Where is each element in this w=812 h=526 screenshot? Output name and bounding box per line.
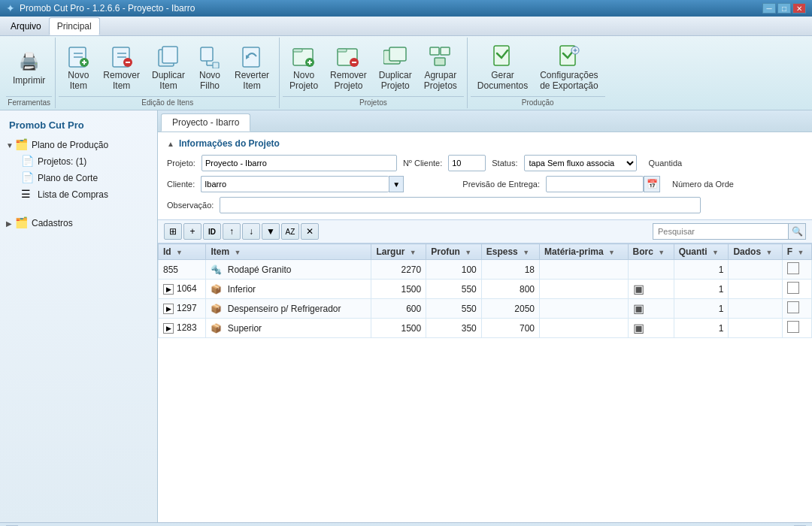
tbl-filter-button[interactable]: ▼	[262, 223, 280, 240]
collapse-button[interactable]: ▲	[167, 140, 174, 148]
remover-projeto-label: RemoverProjeto	[330, 70, 367, 91]
cell-largur: 2270	[371, 260, 426, 280]
producao-section-label: Produção	[471, 96, 605, 108]
svg-rect-13	[201, 47, 213, 61]
cell-dados	[729, 280, 782, 299]
svg-rect-30	[430, 47, 439, 55]
col-quanti: Quanti ▼	[674, 244, 729, 260]
duplicar-item-button[interactable]: DuplicarItem	[147, 41, 190, 95]
previsao-input[interactable]	[546, 176, 644, 192]
numero-ordem-label: Número da Orde	[672, 180, 734, 189]
status-select[interactable]: tapa Sem fluxo associa	[524, 155, 637, 171]
search-input[interactable]	[653, 223, 788, 240]
config-exportacao-button[interactable]: Configuraçõesde Exportação	[535, 41, 603, 95]
svg-rect-31	[441, 47, 450, 55]
config-exportacao-icon	[557, 44, 581, 68]
sidebar-title: Promob Cut Pro	[3, 116, 154, 137]
no-cliente-input[interactable]	[448, 155, 486, 171]
no-cliente-label: Nº Cliente:	[403, 159, 442, 168]
expand-button[interactable]: ▶	[163, 304, 174, 314]
imprimir-button[interactable]: 🖨️ Imprimir	[8, 46, 50, 89]
window-controls: ─ □ ✕	[762, 3, 806, 14]
folder-icon: 🗂️	[15, 138, 29, 152]
svg-rect-33	[494, 46, 509, 65]
expand-button[interactable]: ▶	[163, 323, 174, 334]
cell-espess: 18	[481, 260, 539, 280]
menu-arquivo[interactable]: Arquivo	[3, 18, 49, 35]
projeto-input[interactable]	[201, 155, 397, 171]
quantidade-label: Quantida	[649, 159, 683, 168]
remover-projeto-button[interactable]: RemoverProjeto	[325, 41, 372, 95]
novo-item-button[interactable]: NovoItem	[60, 41, 96, 95]
search-button[interactable]: 🔍	[788, 223, 806, 240]
menu-principal[interactable]: Principal	[49, 17, 100, 35]
tbl-add-button[interactable]: +	[183, 223, 201, 240]
imprimir-label: Imprimir	[13, 75, 45, 86]
tbl-grid-button[interactable]: ⊞	[164, 223, 182, 240]
cell-profun: 350	[426, 319, 482, 338]
cadastros-label: Cadastros	[32, 218, 73, 228]
main-panel: Proyecto - Ibarro ▲ Informações do Proje…	[158, 110, 812, 522]
projetos-section-label: Projetos	[283, 96, 464, 108]
cell-quanti: 1	[674, 299, 729, 319]
data-table: Id ▼ Item ▼ Largur ▼ Profun ▼ Espess ▼ M…	[158, 243, 812, 338]
novo-projeto-button[interactable]: NovoProjeto	[284, 41, 323, 95]
toolbar-section-edicao: NovoItem RemoverItem DuplicarItem NovoFi…	[56, 38, 280, 108]
flag-checkbox[interactable]	[787, 301, 799, 313]
tbl-down-button[interactable]: ↓	[242, 223, 260, 240]
observacao-input[interactable]	[220, 197, 701, 213]
reverter-item-button[interactable]: ReverterItem	[229, 41, 274, 95]
cell-materia	[540, 299, 629, 319]
row-item-icon: 📦	[211, 323, 222, 334]
section-header: ▲ Informações do Projeto	[167, 138, 803, 149]
tbl-up-button[interactable]: ↑	[223, 223, 241, 240]
tbl-sort-button[interactable]: AZ	[281, 223, 299, 240]
cell-profun: 550	[426, 299, 482, 319]
calendar-button[interactable]: 📅	[644, 176, 660, 192]
expand-button[interactable]: ▶	[163, 284, 174, 295]
tbl-id-button[interactable]: ID	[203, 223, 221, 240]
cell-dados	[729, 319, 782, 338]
list-icon: ☰	[21, 188, 35, 201]
sidebar-item-plano-producao[interactable]: ▼ 🗂️ Plano de Produção	[3, 137, 154, 153]
minimize-button[interactable]: ─	[762, 3, 776, 14]
duplicar-projeto-label: DuplicarProjeto	[379, 70, 412, 91]
title-bar: ✦ Promob Cut Pro - 1.2.6.6 - Proyecto - …	[0, 0, 812, 17]
flag-checkbox[interactable]	[787, 321, 799, 333]
col-materia: Matéria-prima ▼	[540, 244, 629, 260]
cell-espess: 800	[481, 280, 539, 299]
novo-filho-button[interactable]: NovoFilho	[192, 41, 228, 95]
cell-espess: 700	[481, 319, 539, 338]
tab-proyecto-ibarro[interactable]: Proyecto - Ibarro	[161, 113, 250, 132]
sidebar-item-lista-compras[interactable]: ☰ Lista de Compras	[3, 186, 154, 203]
expand-arrow-2: ▶	[6, 219, 15, 228]
sidebar-item-plano-corte[interactable]: 📄 Plano de Corte	[3, 170, 154, 186]
plano-corte-label: Plano de Corte	[38, 173, 98, 183]
document-icon-2: 📄	[21, 171, 35, 185]
flag-checkbox[interactable]	[787, 262, 799, 274]
cliente-input[interactable]	[201, 176, 389, 192]
cell-quanti: 1	[674, 280, 729, 299]
cell-largur: 600	[371, 299, 426, 319]
agrupar-projetos-button[interactable]: AgruparProjetos	[419, 41, 462, 95]
tbl-clear-button[interactable]: ✕	[301, 223, 319, 240]
remover-item-button[interactable]: RemoverItem	[98, 41, 145, 95]
cell-id: ▶1297	[159, 299, 206, 319]
sidebar-item-projetos[interactable]: 📄 Projetos: (1)	[3, 153, 154, 170]
maximize-button[interactable]: □	[777, 3, 791, 14]
cell-borc	[628, 260, 674, 280]
flag-checkbox[interactable]	[787, 282, 799, 294]
novo-filho-icon	[198, 44, 222, 68]
agrupar-projetos-icon	[429, 44, 453, 68]
cliente-dropdown-button[interactable]: ▼	[389, 176, 404, 192]
duplicar-projeto-button[interactable]: DuplicarProjeto	[374, 41, 417, 95]
gerar-documentos-button[interactable]: GerarDocumentos	[472, 41, 533, 95]
duplicar-item-label: DuplicarItem	[152, 70, 185, 91]
sidebar: Promob Cut Pro ▼ 🗂️ Plano de Produção 📄 …	[0, 110, 158, 522]
svg-rect-20	[293, 49, 302, 52]
sidebar-item-cadastros[interactable]: ▶ 🗂️ Cadastros	[3, 215, 154, 231]
duplicar-projeto-icon	[383, 44, 408, 68]
close-button[interactable]: ✕	[792, 3, 806, 14]
cell-dados	[729, 299, 782, 319]
previsao-label: Previsão de Entrega:	[462, 180, 540, 189]
